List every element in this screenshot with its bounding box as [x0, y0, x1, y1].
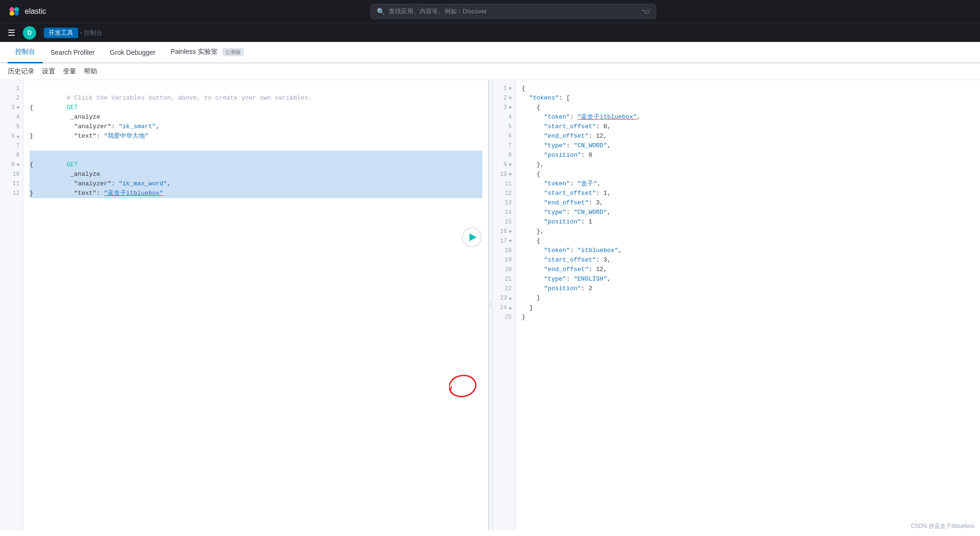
line-num-8: 8	[0, 151, 23, 160]
line-num-12: 12	[0, 189, 23, 198]
r-line-9: },	[522, 160, 975, 170]
r-line-num-5: 5	[492, 122, 516, 131]
token-value-1: "蓝盒子itbluebox"	[578, 113, 637, 121]
r-line-num-23: 23 ▲	[492, 293, 516, 303]
r-line-num-12: 12	[492, 189, 516, 198]
line-num-5: 5	[0, 122, 23, 131]
r-line-11: "token": "盒子",	[522, 179, 975, 189]
breadcrumb: 开发工具 › 控制台	[44, 28, 102, 38]
line-num-11: 11	[0, 179, 23, 189]
right-code-content: { "tokens": [ { "token": "蓝盒子itbluebox",…	[516, 80, 980, 530]
r-line-num-15: 15	[492, 217, 516, 227]
r-line-19: "start_offset": 3,	[522, 255, 975, 265]
second-navigation: ☰ D 开发工具 › 控制台	[0, 23, 980, 42]
search-shortcut: ⌥/	[641, 8, 650, 15]
r-line-2: "tokens": [	[522, 93, 975, 103]
tab-search-profiler[interactable]: Search Profiler	[43, 43, 102, 63]
line-num-10: 10	[0, 170, 23, 179]
r-line-num-16: 16 ▼	[492, 227, 516, 236]
r-line-num-9: 9 ▼	[492, 160, 516, 170]
search-placeholder: 查找应用、内容等。例如：Discover	[389, 7, 487, 16]
code-line-1: # Click the Variables button, above, to …	[30, 84, 482, 93]
r-line-5: "start_offset": 0,	[522, 122, 975, 131]
left-editor-pane[interactable]: 1 2 3 ▼ 4 5 6 ▲ 7 8 9 ▼ 10 11 12 # Click…	[0, 80, 489, 530]
code-line-3: {	[30, 103, 482, 112]
r-line-17: {	[522, 236, 975, 246]
r-line-num-19: 19	[492, 255, 516, 265]
r-line-16: },	[522, 227, 975, 236]
right-line-numbers: 1 ▼ 2 ▼ 3 ▼ 4 5 6 7 8 9 ▼ 10 ▼ 11 12 13 …	[492, 80, 516, 530]
r-line-22: "position": 2	[522, 284, 975, 293]
breadcrumb-separator: ›	[80, 29, 82, 36]
code-content[interactable]: # Click the Variables button, above, to …	[24, 80, 488, 530]
r-line-20: "end_offset": 12,	[522, 265, 975, 274]
line-numbers: 1 2 3 ▼ 4 5 6 ▲ 7 8 9 ▼ 10 11 12	[0, 80, 24, 530]
r-line-num-2: 2 ▼	[492, 93, 516, 103]
breadcrumb-dev-tools[interactable]: 开发工具	[44, 28, 78, 38]
watermark: CSDN @蓝盒子itbluebox	[910, 522, 974, 530]
r-line-12: "start_offset": 1,	[522, 189, 975, 198]
r-line-24: ]	[522, 303, 975, 313]
r-line-25: }	[522, 313, 975, 322]
play-button[interactable]	[461, 227, 482, 248]
elastic-logo-icon	[8, 5, 21, 18]
r-line-num-24: 24 ▲	[492, 303, 516, 313]
toolbar-variables[interactable]: 变量	[63, 67, 76, 76]
tab-painless[interactable]: Painless 实验室 公测版	[163, 42, 251, 63]
r-line-num-14: 14	[492, 208, 516, 217]
search-icon: 🔍	[377, 8, 385, 15]
r-line-num-22: 22	[492, 284, 516, 293]
r-line-21: "type": "ENGLISH",	[522, 274, 975, 284]
r-line-num-20: 20	[492, 265, 516, 274]
line-num-9: 9 ▼	[0, 160, 23, 170]
toolbar-history[interactable]: 历史记录	[8, 67, 34, 76]
line-num-1: 1	[0, 84, 23, 93]
r-line-10: {	[522, 170, 975, 179]
tabs-bar: 控制台 Search Profiler Grok Debugger Painle…	[0, 42, 980, 63]
line-num-2: 2	[0, 93, 23, 103]
r-line-3: {	[522, 103, 975, 112]
pane-divider[interactable]: ⋮	[489, 80, 492, 530]
tab-grok-debugger[interactable]: Grok Debugger	[102, 43, 163, 63]
r-line-8: "position": 0	[522, 151, 975, 160]
line-num-6: 6 ▲	[0, 131, 23, 141]
global-search-bar[interactable]: 🔍 查找应用、内容等。例如：Discover ⌥/	[370, 4, 656, 19]
r-line-num-6: 6	[492, 131, 516, 141]
method-get-1: GET	[67, 104, 78, 111]
right-response-pane: 1 ▼ 2 ▼ 3 ▼ 4 5 6 7 8 9 ▼ 10 ▼ 11 12 13 …	[492, 80, 980, 530]
code-line-8: GET _analyze	[30, 151, 482, 160]
endpoint-2: _analyze	[67, 171, 100, 178]
tab-console[interactable]: 控制台	[8, 42, 43, 63]
r-line-6: "end_offset": 12,	[522, 131, 975, 141]
underline-text-11: "蓝盒子itbluebox"	[104, 190, 163, 197]
endpoint-1: _analyze	[67, 113, 100, 121]
code-line-9: {	[30, 160, 482, 170]
elastic-logo-text: elastic	[25, 7, 46, 16]
code-area: 1 2 3 ▼ 4 5 6 ▲ 7 8 9 ▼ 10 11 12 # Click…	[0, 80, 488, 530]
comment-text: # Click the Variables button, above, to …	[67, 94, 312, 101]
method-get-2: GET	[67, 161, 78, 168]
r-line-num-11: 11	[492, 179, 516, 189]
top-navigation: elastic 🔍 查找应用、内容等。例如：Discover ⌥/	[0, 0, 980, 23]
svg-point-0	[8, 5, 20, 18]
breadcrumb-console[interactable]: 控制台	[84, 29, 102, 37]
line-num-4: 4	[0, 112, 23, 122]
elastic-logo[interactable]: elastic	[8, 5, 46, 18]
toolbar-help[interactable]: 帮助	[84, 67, 97, 76]
line-num-7: 7	[0, 141, 23, 151]
r-line-14: "type": "CN_WORD",	[522, 208, 975, 217]
svg-point-3	[10, 11, 14, 16]
hamburger-button[interactable]: ☰	[8, 28, 15, 38]
r-line-num-10: 10 ▼	[492, 170, 516, 179]
avatar-button[interactable]: D	[23, 26, 36, 40]
right-code-area: 1 ▼ 2 ▼ 3 ▼ 4 5 6 7 8 9 ▼ 10 ▼ 11 12 13 …	[492, 80, 980, 530]
r-line-num-8: 8	[492, 151, 516, 160]
r-line-num-7: 7	[492, 141, 516, 151]
r-line-num-17: 17 ▼	[492, 236, 516, 246]
r-line-4: "token": "蓝盒子itbluebox",	[522, 112, 975, 122]
toolbar-settings[interactable]: 设置	[42, 67, 55, 76]
r-line-num-13: 13	[492, 198, 516, 208]
r-line-1: {	[522, 84, 975, 93]
line-num-3: 3 ▼	[0, 103, 23, 112]
r-line-num-3: 3 ▼	[492, 103, 516, 112]
